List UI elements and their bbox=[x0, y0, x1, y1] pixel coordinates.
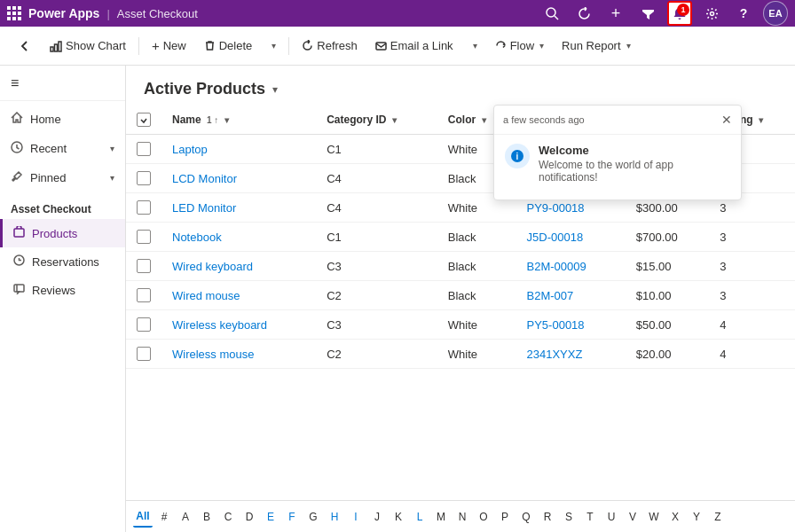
alpha-btn-h[interactable]: H bbox=[325, 506, 344, 528]
sidebar-item-recent[interactable]: Recent ▾ bbox=[0, 134, 125, 163]
row-name-cell: LCD Monitor bbox=[161, 164, 316, 193]
color-filter-icon[interactable]: ▾ bbox=[482, 115, 486, 125]
alpha-btn-j[interactable]: J bbox=[367, 506, 387, 528]
sidebar-top: ≡ bbox=[0, 66, 125, 101]
alpha-btn-m[interactable]: M bbox=[431, 506, 451, 528]
refresh-icon-btn[interactable] bbox=[571, 1, 596, 26]
alpha-btn-k[interactable]: K bbox=[389, 506, 408, 528]
alpha-btn-g[interactable]: G bbox=[303, 506, 323, 528]
sidebar-item-reviews[interactable]: Reviews bbox=[0, 276, 125, 304]
name-filter-icon[interactable]: ▾ bbox=[224, 115, 229, 125]
hamburger-icon[interactable]: ≡ bbox=[11, 75, 19, 91]
home-icon bbox=[11, 112, 23, 127]
row-price-cell: $20.00 bbox=[626, 340, 709, 369]
row-category-cell: C1 bbox=[316, 223, 437, 252]
new-button[interactable]: + New bbox=[145, 34, 193, 58]
alpha-btn-l[interactable]: L bbox=[410, 506, 429, 528]
help-icon-btn[interactable]: ? bbox=[731, 1, 756, 26]
alpha-btn-o[interactable]: O bbox=[474, 506, 493, 528]
model-no-link[interactable]: J5D-00018 bbox=[527, 231, 584, 244]
row-price-cell: $10.00 bbox=[626, 281, 709, 310]
flow-button[interactable]: Flow ▾ bbox=[488, 35, 551, 57]
notification-info-icon: i bbox=[505, 144, 530, 168]
product-name-link[interactable]: Laptop bbox=[172, 143, 208, 156]
model-no-link[interactable]: 2341XYXZ bbox=[527, 348, 583, 361]
search-button[interactable] bbox=[539, 1, 564, 26]
row-checkbox[interactable] bbox=[137, 200, 151, 215]
alpha-btn-u[interactable]: U bbox=[602, 506, 621, 528]
refresh-button[interactable]: Refresh bbox=[295, 35, 365, 57]
row-checkbox[interactable] bbox=[137, 347, 151, 361]
name-column-header[interactable]: Name 1 ↑ ▾ bbox=[161, 106, 316, 135]
alpha-btn-s[interactable]: S bbox=[559, 506, 579, 528]
row-checkbox[interactable] bbox=[137, 171, 151, 185]
alpha-btn-w[interactable]: W bbox=[644, 506, 664, 528]
alpha-btn-y[interactable]: Y bbox=[687, 506, 706, 528]
alpha-btn-all[interactable]: All bbox=[133, 506, 153, 528]
model-no-link[interactable]: B2M-007 bbox=[527, 289, 574, 302]
alpha-btn-z[interactable]: Z bbox=[708, 506, 728, 528]
model-no-link[interactable]: PY5-00018 bbox=[527, 318, 585, 332]
title-chevron-icon[interactable]: ▾ bbox=[272, 83, 278, 96]
notification-close-button[interactable]: ✕ bbox=[721, 113, 732, 127]
alpha-btn-e[interactable]: E bbox=[261, 506, 280, 528]
notification-button[interactable]: 1 bbox=[667, 1, 692, 26]
row-checkbox[interactable] bbox=[137, 317, 151, 332]
row-checkbox[interactable] bbox=[137, 142, 151, 156]
sidebar-item-pinned[interactable]: Pinned ▾ bbox=[0, 163, 125, 192]
alpha-btn-n[interactable]: N bbox=[453, 506, 472, 528]
alpha-btn-f[interactable]: F bbox=[282, 506, 302, 528]
row-checkbox[interactable] bbox=[137, 230, 151, 244]
alpha-btn-q[interactable]: Q bbox=[516, 506, 536, 528]
alpha-btn-r[interactable]: R bbox=[538, 506, 557, 528]
sidebar-item-products[interactable]: Products bbox=[0, 219, 125, 247]
product-name-link[interactable]: Wireless keyboard bbox=[172, 318, 267, 332]
alpha-btn-p[interactable]: P bbox=[495, 506, 515, 528]
row-model-cell: B2M-007 bbox=[516, 281, 626, 310]
email-link-button[interactable]: Email a Link bbox=[368, 35, 460, 57]
delete-button[interactable]: Delete bbox=[197, 35, 260, 57]
sidebar-item-home[interactable]: Home bbox=[0, 105, 125, 134]
run-report-label: Run Report bbox=[562, 39, 620, 52]
alpha-btn-a[interactable]: A bbox=[176, 506, 195, 528]
table-row: Wireless mouse C2 White 2341XYXZ $20.00 … bbox=[126, 340, 795, 369]
sidebar-item-reservations[interactable]: Reservations bbox=[0, 247, 125, 276]
delete-more-button[interactable]: ▾ bbox=[263, 36, 283, 55]
alpha-btn-d[interactable]: D bbox=[240, 506, 259, 528]
refresh-cmd-icon bbox=[302, 40, 313, 51]
alpha-btn-x[interactable]: X bbox=[665, 506, 685, 528]
filter-icon-btn[interactable] bbox=[635, 1, 660, 26]
rating-filter-icon[interactable]: ▾ bbox=[759, 115, 763, 125]
category-id-column-header[interactable]: Category ID ▾ bbox=[316, 106, 437, 135]
alpha-btn-v[interactable]: V bbox=[623, 506, 642, 528]
product-name-link[interactable]: Notebook bbox=[172, 231, 222, 244]
row-checkbox[interactable] bbox=[137, 288, 151, 302]
back-button[interactable] bbox=[11, 32, 39, 60]
notification-popup: a few seconds ago ✕ i Welcome Welcome to… bbox=[493, 105, 742, 200]
alpha-btn-#[interactable]: # bbox=[154, 506, 174, 528]
product-name-link[interactable]: Wired keyboard bbox=[172, 260, 253, 273]
product-name-link[interactable]: Wired mouse bbox=[172, 289, 240, 302]
new-label: New bbox=[163, 39, 186, 52]
alpha-btn-i[interactable]: I bbox=[346, 506, 366, 528]
run-report-button[interactable]: Run Report ▾ bbox=[555, 35, 637, 57]
product-name-link[interactable]: Wireless mouse bbox=[172, 348, 254, 361]
grid-icon[interactable] bbox=[7, 6, 21, 20]
category-filter-icon[interactable]: ▾ bbox=[392, 115, 397, 125]
sidebar-reservations-label: Reservations bbox=[32, 255, 99, 269]
avatar[interactable]: EA bbox=[763, 1, 788, 26]
add-icon-btn[interactable]: + bbox=[603, 1, 628, 26]
product-name-link[interactable]: LCD Monitor bbox=[172, 172, 237, 185]
alpha-btn-t[interactable]: T bbox=[580, 506, 600, 528]
product-name-link[interactable]: LED Monitor bbox=[172, 201, 236, 215]
show-chart-button[interactable]: Show Chart bbox=[43, 35, 133, 57]
alpha-btn-b[interactable]: B bbox=[197, 506, 216, 528]
alpha-btn-c[interactable]: C bbox=[218, 506, 238, 528]
model-no-link[interactable]: PY9-00018 bbox=[527, 201, 585, 215]
new-icon: + bbox=[152, 38, 160, 53]
settings-icon-btn[interactable] bbox=[699, 1, 724, 26]
row-checkbox[interactable] bbox=[137, 259, 151, 273]
model-no-link[interactable]: B2M-00009 bbox=[527, 260, 586, 273]
select-all-checkbox[interactable] bbox=[137, 113, 151, 127]
email-more-button[interactable]: ▾ bbox=[464, 36, 484, 55]
